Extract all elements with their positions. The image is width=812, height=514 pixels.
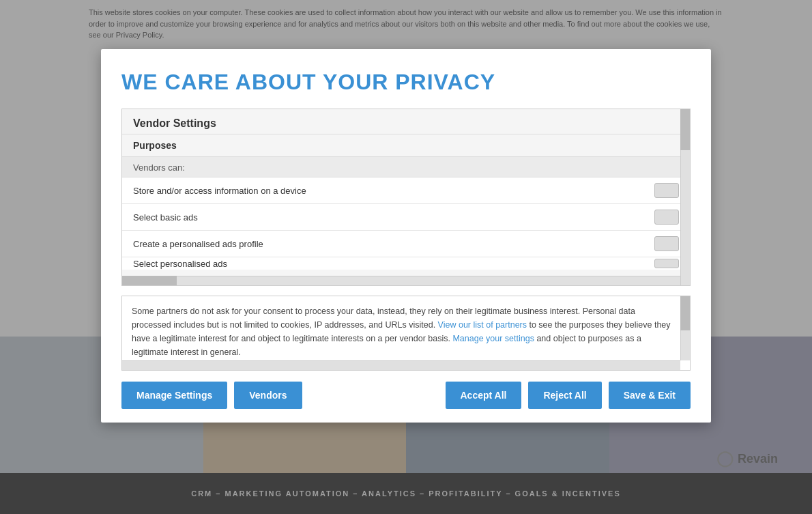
vendor-option-3-label: Create a personalised ads profile xyxy=(133,239,263,249)
accept-all-button[interactable]: Accept All xyxy=(446,382,522,409)
vendor-option-1-label: Store and/or access information on a dev… xyxy=(133,186,306,196)
modal-title: WE CARE ABOUT YOUR PRIVACY xyxy=(121,70,691,95)
vendor-scrollbar-vertical[interactable] xyxy=(680,109,690,285)
modal-footer: Manage Settings Vendors Accept All Rejec… xyxy=(121,382,691,409)
vendor-scrollbar-thumb-h[interactable] xyxy=(122,276,177,285)
vendor-scrollbar-thumb-v[interactable] xyxy=(680,109,690,150)
save-exit-button[interactable]: Save & Exit xyxy=(609,382,691,409)
privacy-modal: WE CARE ABOUT YOUR PRIVACY Vendor Settin… xyxy=(101,49,711,423)
vendor-option-2-toggle[interactable] xyxy=(654,210,679,225)
partner-link-1[interactable]: View our list of partners xyxy=(438,320,527,330)
vendor-options-list: Store and/or access information on a dev… xyxy=(122,177,690,270)
manage-settings-button[interactable]: Manage Settings xyxy=(121,382,227,409)
vendor-option-1: Store and/or access information on a dev… xyxy=(122,177,690,204)
vendor-option-1-toggle[interactable] xyxy=(654,183,679,198)
vendor-option-4-toggle[interactable] xyxy=(654,259,679,268)
partner-scrollbar-v[interactable] xyxy=(680,296,690,360)
vendor-option-4-label: Select personalised ads xyxy=(133,259,227,269)
vendor-scrollbar-horizontal[interactable] xyxy=(122,276,680,285)
vendor-option-2: Select basic ads xyxy=(122,204,690,231)
vendor-settings-box: Vendor Settings Purposes Vendors can: St… xyxy=(121,109,691,286)
vendor-option-2-label: Select basic ads xyxy=(133,212,198,223)
reject-all-button[interactable]: Reject All xyxy=(528,382,601,409)
vendor-option-3-toggle[interactable] xyxy=(654,236,679,251)
partner-scrollbar-h[interactable] xyxy=(122,360,680,370)
partner-scrollbar-thumb[interactable] xyxy=(680,296,690,330)
vendor-option-3: Create a personalised ads profile xyxy=(122,231,690,257)
vendor-settings-header: Vendor Settings xyxy=(122,109,690,134)
vendor-option-4-partial: Select personalised ads xyxy=(122,257,690,270)
vendors-can-label: Vendors can: xyxy=(122,156,690,177)
vendors-button[interactable]: Vendors xyxy=(234,382,302,409)
partner-text-section: Some partners do not ask for your consen… xyxy=(121,296,691,371)
purposes-header: Purposes xyxy=(122,134,690,156)
partner-link-2[interactable]: Manage your settings xyxy=(452,334,534,343)
